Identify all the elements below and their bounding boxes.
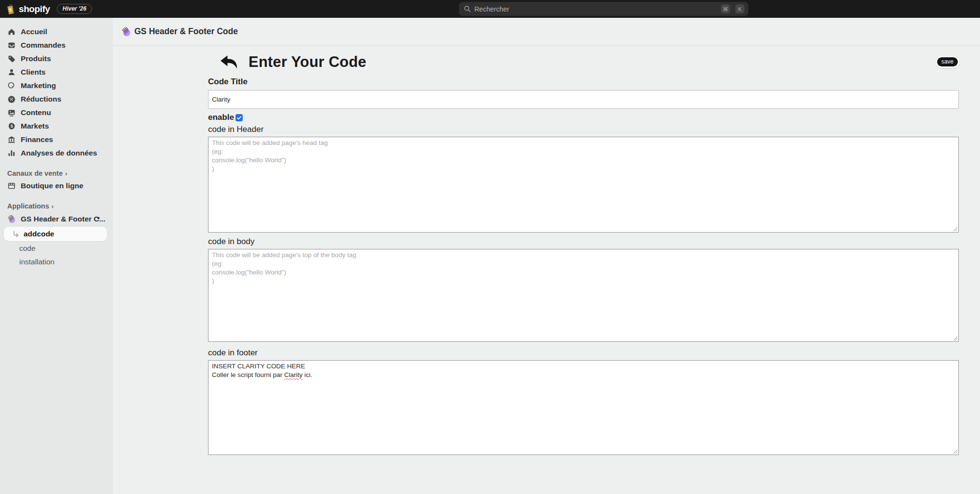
code-in-header-textarea[interactable]: This code will be added page's head tag … [208, 137, 959, 233]
online-store-icon [7, 182, 16, 190]
code-in-body-label: code in body [208, 237, 959, 247]
branch-arrow-icon [13, 231, 19, 237]
sidebar-item-markets[interactable]: $ Markets [0, 119, 113, 133]
code-title-input[interactable] [208, 90, 959, 109]
products-tag-icon [7, 54, 16, 63]
markets-icon: $ [7, 122, 16, 130]
sidebar-item-label: Boutique en ligne [21, 182, 83, 190]
section-applications[interactable]: Applications › [0, 200, 113, 212]
misspelled-word: Clarity [284, 371, 302, 378]
chevron-right-icon: › [52, 203, 53, 210]
sidebar-item-label: Clients [21, 68, 46, 77]
code-title-label: Code Title [208, 77, 959, 87]
sidebar-item-label: Produits [21, 54, 51, 63]
sidebar-item-clients[interactable]: Clients [0, 65, 113, 79]
app-brush-icon [7, 215, 16, 223]
sidebar-subitem-code[interactable]: code [0, 242, 113, 255]
sidebar-subitem-label: code [19, 244, 36, 253]
header-placeholder: This code will be added page's head tag … [212, 139, 955, 173]
footer-code-line2: Coller le script fourni par Clarity ici. [212, 371, 955, 379]
shopify-wordmark: shopify [19, 4, 50, 14]
body-placeholder: This code will be added page's top of th… [212, 251, 955, 286]
sidebar-item-label: Accueil [21, 27, 47, 36]
content-icon [7, 108, 16, 117]
sidebar-subitem-addcode[interactable]: addcode [4, 227, 107, 241]
analytics-icon [7, 149, 16, 157]
sidebar-item-boutique-en-ligne[interactable]: Boutique en ligne [0, 179, 113, 193]
search-icon [464, 5, 471, 13]
code-in-footer-label: code in footer [208, 348, 959, 358]
sidebar-item-accueil[interactable]: Accueil [0, 25, 113, 39]
sidebar-subitem-installation[interactable]: installation [0, 255, 113, 269]
footer-code-line1: INSERT CLARITY CODE HERE [212, 362, 955, 371]
enable-checkbox[interactable] [235, 114, 243, 121]
sidebar-item-label: GS Header & Footer C... [21, 215, 105, 223]
code-form: Code Title enable code in Header This co… [208, 77, 959, 455]
code-in-header-label: code in Header [208, 125, 959, 134]
search-placeholder: Rechercher [474, 5, 716, 13]
sidebar-item-gs-header-footer-app[interactable]: GS Header & Footer C... • [0, 212, 113, 226]
back-arrow-icon[interactable] [219, 54, 238, 70]
section-canaux-de-vente[interactable]: Canaux de vente › [0, 168, 113, 179]
app-brush-icon [121, 27, 131, 37]
sidebar-subitem-label: installation [19, 258, 54, 266]
sidebar-item-analyses[interactable]: Analyses de données [0, 146, 113, 160]
svg-text:$: $ [11, 124, 13, 129]
code-in-body-textarea[interactable]: This code will be added page's top of th… [208, 249, 959, 342]
orders-icon [7, 41, 16, 50]
k-key-icon: K [735, 4, 745, 13]
sidebar-item-contenu[interactable]: Contenu [0, 106, 113, 119]
save-button[interactable]: save [937, 57, 958, 66]
sidebar-item-label: Marketing [21, 81, 56, 90]
sidebar-item-label: Finances [21, 135, 53, 144]
sidebar-item-reductions[interactable]: Réductions [0, 92, 113, 106]
app-header-title: GS Header & Footer Code [134, 26, 238, 37]
topbar: S shopify Hiver '26 Rechercher ⌘ K [0, 0, 980, 18]
sidebar-item-label: Analyses de données [21, 149, 97, 157]
sidebar: Accueil Commandes Produits Clients Marke [0, 18, 113, 494]
search-input[interactable]: Rechercher ⌘ K [459, 2, 748, 16]
customers-icon [7, 68, 16, 77]
sidebar-item-label: Contenu [21, 108, 51, 117]
marketing-icon [7, 81, 16, 90]
page-content: save Enter Your Code Code Title enable c… [113, 46, 980, 455]
section-label: Applications [7, 202, 49, 210]
main-area: GS Header & Footer Code save Enter Your … [113, 18, 980, 494]
finances-icon [7, 135, 16, 144]
resize-handle-icon[interactable] [953, 449, 958, 454]
page-title: Enter Your Code [248, 53, 366, 71]
sidebar-item-label: Markets [21, 122, 49, 130]
section-label: Canaux de vente [7, 169, 63, 177]
code-in-footer-textarea[interactable]: INSERT CLARITY CODE HERE Coller le scrip… [208, 360, 959, 455]
sidebar-item-finances[interactable]: Finances [0, 133, 113, 146]
cmd-key-icon: ⌘ [721, 4, 730, 13]
resize-handle-icon[interactable] [953, 336, 958, 341]
sidebar-item-commandes[interactable]: Commandes [0, 39, 113, 52]
shopify-logo[interactable]: S shopify Hiver '26 [0, 4, 92, 14]
enable-label: enable [208, 113, 234, 122]
sidebar-subitem-label: addcode [24, 230, 54, 238]
sidebar-item-produits[interactable]: Produits [0, 52, 113, 65]
resize-handle-icon[interactable] [953, 227, 958, 232]
sidebar-item-marketing[interactable]: Marketing [0, 79, 113, 92]
notification-dot: • [97, 214, 100, 222]
shopify-bag-icon: S [6, 4, 15, 14]
discounts-icon [7, 95, 16, 104]
version-badge: Hiver '26 [57, 4, 92, 14]
sidebar-item-label: Réductions [21, 95, 61, 104]
home-icon [7, 27, 16, 36]
app-header: GS Header & Footer Code [113, 18, 980, 46]
chevron-right-icon: › [65, 170, 67, 177]
sidebar-item-label: Commandes [21, 41, 65, 50]
